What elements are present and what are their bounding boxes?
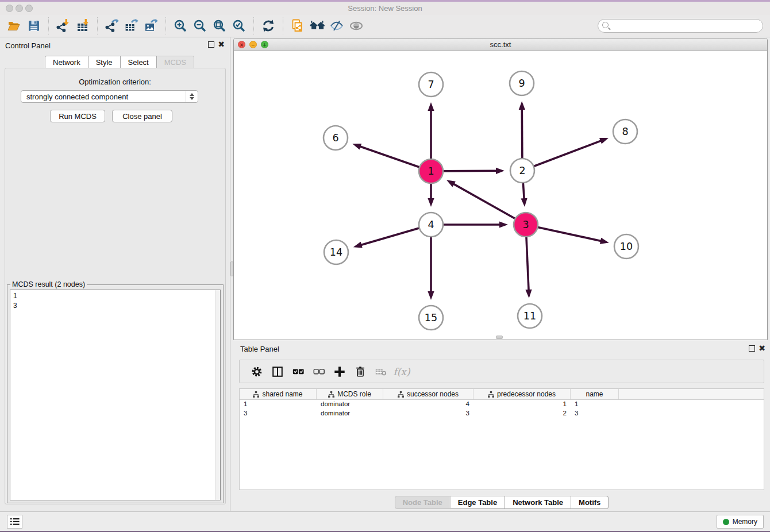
arrowhead-icon [428,291,434,300]
table-cell[interactable]: 1 [240,400,317,409]
network-canvas[interactable]: 7968124314101511 [234,51,767,340]
close-panel-button[interactable]: Close panel [112,110,172,122]
import-network-button[interactable] [55,17,72,35]
add-column-button[interactable] [329,362,350,381]
home-button[interactable] [309,17,326,35]
tab-network-table[interactable]: Network Table [505,496,571,509]
toolbar-separator [48,17,49,34]
table-cell[interactable]: 3 [571,409,619,418]
toolbar-separator [253,17,254,34]
show-eye-button[interactable] [348,17,365,35]
column-header-shared-name[interactable]: shared name [240,389,317,399]
column-label: predecessor nodes [497,390,556,398]
zoom-out-button[interactable] [191,17,209,35]
column-header-name[interactable]: name [571,389,619,399]
arrowhead-icon [496,168,505,174]
arrowhead-icon [600,238,609,244]
session-title: Session: New Session [0,4,770,13]
export-network-icon [105,19,119,33]
column-header-MCDS-role[interactable]: MCDS role [317,389,383,399]
table-close-icon[interactable]: ✖ [759,344,765,353]
search-input[interactable] [598,19,763,33]
column-header-successor-nodes[interactable]: successor nodes [383,389,473,399]
settings-gear-icon [251,365,263,378]
export-image-button[interactable] [143,17,160,35]
column-label: shared name [262,390,302,398]
table-cell[interactable]: 4 [383,400,473,409]
network-hscroll-thumb[interactable] [496,336,503,339]
table-body: 1dominator4113dominator323 [240,400,764,418]
task-history-button[interactable] [7,515,22,529]
export-table-button[interactable] [123,17,140,35]
tab-motifs[interactable]: Motifs [571,496,609,509]
column-header-predecessor-nodes[interactable]: predecessor nodes [473,389,571,399]
import-network-icon [56,19,70,33]
delete-table-button[interactable] [371,362,391,381]
node-label-11: 11 [523,310,536,322]
table-row[interactable]: 3dominator323 [240,409,764,418]
tab-select[interactable]: Select [121,56,157,68]
save-session-button[interactable] [25,17,43,35]
result-scrollbar[interactable] [215,290,220,500]
table-cell[interactable]: dominator [317,400,383,409]
panel-divider-handle[interactable] [230,261,233,276]
split-view-button[interactable] [267,362,288,381]
select-all-button[interactable] [288,362,309,381]
clone-network-button[interactable] [289,17,306,35]
network-window-titlebar[interactable]: × − + scc.txt [234,38,767,51]
table-cell[interactable]: 3 [240,409,317,418]
control-panel-title: Control Panel [5,41,51,50]
node-label-4: 4 [428,219,434,230]
attribute-tree-icon [328,391,334,398]
toolbar-separator [165,17,166,34]
table-cell[interactable]: dominator [317,409,383,418]
open-session-icon [7,19,21,33]
zoom-fit-icon [213,19,226,33]
zoom-in-button[interactable] [172,17,189,35]
settings-gear-button[interactable] [247,362,267,381]
table-cell[interactable]: 1 [571,400,619,409]
node-label-7: 7 [428,79,434,90]
toolbar-separator [283,17,283,34]
open-session-button[interactable] [6,17,23,35]
hide-eye-button[interactable] [328,17,345,35]
tab-edge-table[interactable]: Edge Table [451,496,505,509]
table-float-icon[interactable] [749,345,755,352]
deselect-all-button[interactable] [309,362,329,381]
criterion-select[interactable]: strongly connected component [21,90,198,103]
float-panel-icon[interactable] [208,41,214,48]
run-mcds-button[interactable]: Run MCDS [50,110,105,122]
main-toolbar [0,15,770,37]
memory-button[interactable]: Memory [717,515,764,529]
table-row[interactable]: 1dominator411 [240,400,764,409]
attribute-tree-icon [253,391,259,398]
show-eye-icon [349,19,363,33]
arrowhead-icon [599,138,609,144]
network-graph[interactable]: 7968124314101511 [234,51,767,340]
node-label-6: 6 [332,132,338,144]
close-panel-icon[interactable]: ✖ [218,40,225,49]
tab-network[interactable]: Network [45,56,88,68]
export-network-button[interactable] [103,17,121,35]
tab-node-table[interactable]: Node Table [395,496,451,509]
table-cell[interactable]: 1 [473,400,571,409]
refresh-layout-button[interactable] [260,17,277,35]
export-table-icon [125,19,138,33]
home-icon [309,18,325,34]
import-table-button[interactable] [74,17,91,35]
zoom-fit-button[interactable] [211,17,228,35]
table-cell[interactable]: 3 [383,409,473,418]
select-all-icon [292,365,305,378]
mcds-result-text[interactable]: 1 3 [10,290,221,500]
zoom-selected-button[interactable] [230,17,248,35]
tab-mcds[interactable]: MCDS [157,56,194,68]
attribute-tree-icon [398,391,404,398]
function-builder-icon: f(x) [393,366,410,377]
zoom-in-icon [174,19,187,33]
tab-style[interactable]: Style [88,56,121,68]
function-builder-button[interactable]: f(x) [391,362,412,381]
delete-column-button[interactable] [350,362,371,381]
status-bar: Memory [0,511,770,531]
table-cell[interactable]: 2 [473,409,571,418]
mcds-result-title: MCDS result (2 nodes) [10,280,87,288]
